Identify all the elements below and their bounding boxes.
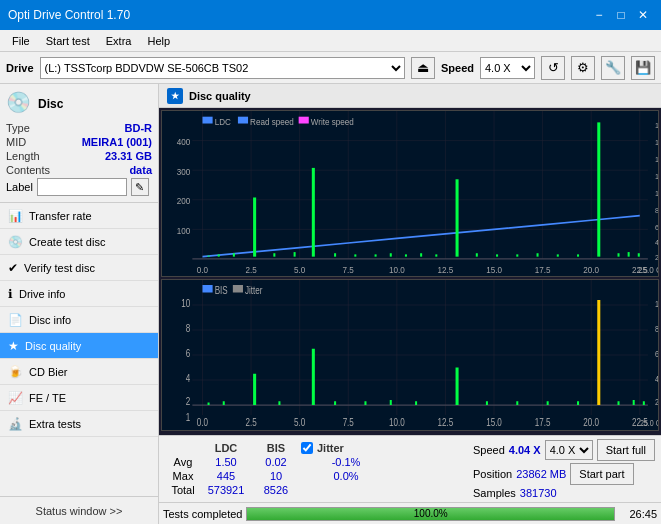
- svg-text:12.5: 12.5: [438, 417, 454, 428]
- svg-rect-0: [162, 111, 658, 276]
- nav-disc-quality[interactable]: ★ Disc quality: [0, 333, 158, 359]
- svg-text:10.0: 10.0: [389, 264, 405, 275]
- start-full-button[interactable]: Start full: [597, 439, 655, 461]
- app-title: Opti Drive Control 1.70: [8, 8, 130, 22]
- refresh-button[interactable]: ↺: [541, 56, 565, 80]
- menu-start-test[interactable]: Start test: [38, 33, 98, 49]
- nav-extra-tests[interactable]: 🔬 Extra tests: [0, 411, 158, 437]
- svg-text:8X: 8X: [655, 206, 658, 216]
- svg-rect-43: [253, 197, 256, 256]
- verify-test-disc-icon: ✔: [8, 261, 18, 275]
- drive-bar: Drive (L:) TSSTcorp BDDVDW SE-506CB TS02…: [0, 52, 661, 84]
- total-jitter-empty: [301, 483, 391, 497]
- maximize-button[interactable]: □: [611, 5, 631, 25]
- samples-label: Samples: [473, 487, 516, 499]
- svg-rect-65: [202, 117, 212, 124]
- svg-rect-115: [364, 401, 366, 405]
- type-label: Type: [6, 122, 30, 134]
- drive-label: Drive: [6, 62, 34, 74]
- jitter-col-header: Jitter: [315, 441, 346, 455]
- mid-value: MEIRA1 (001): [82, 136, 152, 148]
- nav-drive-info[interactable]: ℹ Drive info: [0, 281, 158, 307]
- nav-disc-info[interactable]: 📄 Disc info: [0, 307, 158, 333]
- svg-text:10: 10: [181, 299, 190, 310]
- svg-text:25.0 GB: 25.0 GB: [638, 264, 658, 275]
- svg-rect-61: [597, 122, 600, 256]
- menu-help[interactable]: Help: [139, 33, 178, 49]
- svg-rect-41: [218, 254, 220, 256]
- disc-mid-row: MID MEIRA1 (001): [6, 136, 152, 148]
- svg-rect-125: [633, 400, 635, 405]
- extra-tests-icon: 🔬: [8, 417, 23, 431]
- svg-text:5.0: 5.0: [294, 417, 305, 428]
- status-window-button[interactable]: Status window >>: [0, 496, 158, 524]
- nav-label-verify-test-disc: Verify test disc: [24, 262, 95, 274]
- disc-quality-icon: ★: [8, 339, 19, 353]
- disc-contents-row: Contents data: [6, 164, 152, 176]
- disc-info-icon: 📄: [8, 313, 23, 327]
- svg-rect-48: [354, 254, 356, 256]
- svg-rect-53: [435, 254, 437, 256]
- nav-label-disc-info: Disc info: [29, 314, 71, 326]
- disc-icon: 💿: [6, 90, 34, 118]
- nav-create-test-disc[interactable]: 💿 Create test disc: [0, 229, 158, 255]
- ldc-col-header: LDC: [201, 441, 251, 455]
- svg-rect-114: [334, 401, 336, 405]
- svg-text:2X: 2X: [655, 253, 658, 263]
- another-button[interactable]: 🔧: [601, 56, 625, 80]
- svg-rect-109: [208, 403, 210, 406]
- disc-header: 💿 Disc: [6, 90, 152, 118]
- nav-transfer-rate[interactable]: 📊 Transfer rate: [0, 203, 158, 229]
- disc-type-row: Type BD-R: [6, 122, 152, 134]
- nav-cd-bier[interactable]: 🍺 CD Bier: [0, 359, 158, 385]
- menu-file[interactable]: File: [4, 33, 38, 49]
- svg-rect-49: [375, 254, 377, 256]
- drive-select[interactable]: (L:) TSSTcorp BDDVDW SE-506CB TS02: [40, 57, 405, 79]
- svg-rect-123: [597, 300, 600, 405]
- svg-text:12.5: 12.5: [438, 264, 454, 275]
- svg-text:10.0: 10.0: [389, 417, 405, 428]
- start-part-button[interactable]: Start part: [570, 463, 633, 485]
- progress-row: Tests completed 100.0% 26:45: [159, 502, 661, 524]
- menu-extra[interactable]: Extra: [98, 33, 140, 49]
- svg-rect-46: [312, 168, 315, 257]
- close-button[interactable]: ✕: [633, 5, 653, 25]
- title-bar: Opti Drive Control 1.70 − □ ✕: [0, 0, 661, 30]
- svg-rect-42: [233, 253, 235, 256]
- eject-button[interactable]: ⏏: [411, 57, 435, 79]
- svg-rect-111: [253, 374, 256, 405]
- save-button[interactable]: 💾: [631, 56, 655, 80]
- settings-button[interactable]: ⚙: [571, 56, 595, 80]
- svg-rect-55: [476, 253, 478, 256]
- svg-rect-122: [577, 401, 579, 405]
- svg-text:100: 100: [177, 225, 191, 236]
- right-stats: Speed 4.04 X 4.0 X Start full Position 2…: [473, 439, 655, 499]
- max-ldc: 445: [201, 469, 251, 483]
- svg-rect-44: [273, 253, 275, 256]
- label-edit-button[interactable]: ✎: [131, 178, 149, 196]
- svg-text:20.0: 20.0: [583, 264, 599, 275]
- jitter-checkbox[interactable]: [301, 442, 313, 454]
- svg-text:Jitter: Jitter: [245, 285, 263, 296]
- svg-rect-124: [618, 401, 620, 405]
- svg-rect-56: [496, 254, 498, 256]
- svg-rect-110: [223, 401, 225, 405]
- svg-text:Read speed: Read speed: [250, 116, 294, 127]
- progress-bar-container: 100.0%: [246, 507, 615, 521]
- speed-select[interactable]: 4.0 X: [480, 57, 535, 79]
- nav-verify-test-disc[interactable]: ✔ Verify test disc: [0, 255, 158, 281]
- svg-text:25.0 GB: 25.0 GB: [640, 419, 658, 429]
- minimize-button[interactable]: −: [589, 5, 609, 25]
- nav-label-extra-tests: Extra tests: [29, 418, 81, 430]
- svg-text:0.0: 0.0: [197, 264, 208, 275]
- stats-empty: [165, 441, 201, 455]
- nav-fe-te[interactable]: 📈 FE / TE: [0, 385, 158, 411]
- content-area: ★ Disc quality: [159, 84, 661, 524]
- svg-text:5.0: 5.0: [294, 264, 305, 275]
- label-row: Label ✎: [6, 178, 152, 196]
- speed-result-select[interactable]: 4.0 X: [545, 440, 593, 460]
- mid-label: MID: [6, 136, 26, 148]
- label-input[interactable]: [37, 178, 127, 196]
- sidebar: 💿 Disc Type BD-R MID MEIRA1 (001) Length…: [0, 84, 159, 524]
- position-row: Position 23862 MB Start part: [473, 463, 655, 485]
